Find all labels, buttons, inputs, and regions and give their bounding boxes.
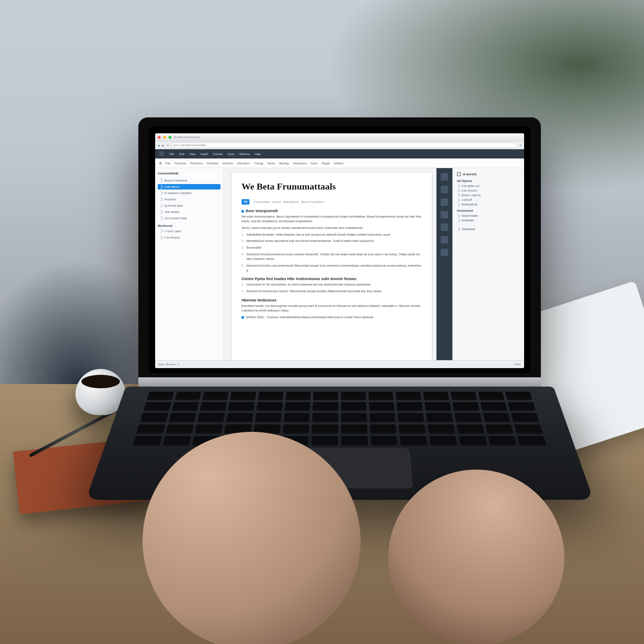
chevron-right-icon [159, 229, 163, 234]
app-logo-icon [159, 151, 164, 156]
breadcrumb: Foctendiaos · Lenccr · Balentposis · Blo… [254, 200, 324, 203]
list-item: 2.Menetiatolost hurees atconetbot bulk o… [242, 239, 422, 244]
list-item: 3.Brovesshet [242, 246, 422, 250]
sidebar-item[interactable]: In catutiore Udentten [158, 190, 221, 196]
menu-insert[interactable]: Insert [200, 153, 208, 156]
share-icon[interactable] [441, 198, 448, 206]
chart-icon[interactable] [441, 223, 448, 231]
paragraph: Nel anter formomoreabos. Beom Sacntantin… [242, 215, 422, 224]
list-number: 4. [242, 252, 244, 262]
menu-icon[interactable]: ☰ [519, 144, 522, 147]
back-icon[interactable]: ◀ [158, 144, 160, 147]
list-item-text: Brovesshet [247, 246, 261, 250]
sidebar-item-label: Ity Monet tairk [164, 204, 183, 207]
ribbon-item[interactable]: Morecm [223, 162, 233, 165]
document-page[interactable]: We Beta Frunumattaals 75 Foctendiaos · L… [231, 172, 432, 365]
section-heading: Hbentse Nvdeutces [242, 298, 422, 302]
menu-window[interactable]: Window [239, 153, 249, 156]
outline-item[interactable]: Selantuwlt [457, 227, 520, 231]
grid-icon[interactable] [441, 186, 448, 193]
chevron-right-icon [457, 184, 460, 187]
chevron-right-icon [159, 210, 163, 214]
chevron-right-icon [159, 179, 163, 183]
sidebar-item[interactable]: I f tuck Laant [158, 229, 221, 234]
outline-item[interactable]: Bintarpat lat [457, 202, 520, 207]
list-item: 5.Munnomnd brothe unsd amarvetorE Rtison… [242, 264, 422, 273]
outline-item-label: If te akiter onr [462, 184, 480, 187]
chevron-right-icon [457, 227, 460, 231]
sidebar-item-label: I f tuck Laant [164, 230, 181, 233]
list-number: 2. [242, 239, 244, 244]
forward-icon[interactable]: ▶ [162, 144, 164, 147]
tool-rail [436, 168, 452, 368]
sidebar-item[interactable]: Uot Joonerd Bwa [158, 216, 221, 221]
list-item-text: Heonnubert In Tar duremthebs. ia ortent … [247, 283, 371, 287]
list-item-text: Aaltufeltbal tireuteatn. Hotas Beastins … [247, 233, 390, 237]
close-icon[interactable] [158, 136, 161, 139]
right-hand [388, 470, 564, 644]
list-number: 1. [242, 233, 244, 237]
ribbon-item[interactable]: Vefinior [334, 162, 343, 165]
gear-icon[interactable] [441, 211, 448, 218]
photo-scene: We Beta Fundamentals ◀ ▶ ⟳ docs / we-bet… [0, 0, 644, 644]
menu-view[interactable]: View [189, 153, 195, 156]
minimize-icon[interactable] [163, 136, 166, 139]
section-heading: Bour Intorpnnreth [242, 209, 422, 213]
address-bar: ◀ ▶ ⟳ docs / we-beta-frunumattaals ☰ [155, 141, 524, 149]
menu-format[interactable]: Format [213, 153, 222, 156]
laptop-keyboard[interactable] [132, 392, 547, 446]
outline-item[interactable]: Aretinfate [457, 218, 520, 223]
doc-meta: 75 Foctendiaos · Lenccr · Balentposis · … [242, 197, 422, 205]
sidebar-heading: Courmnthetk [158, 171, 221, 175]
doc-icon[interactable] [441, 173, 448, 181]
zoom-icon[interactable] [169, 136, 171, 139]
square-bullet-icon [242, 210, 244, 213]
page-title: We Beta Frunumattaals [242, 181, 422, 192]
ribbon-item[interactable]: Ropat [322, 162, 330, 165]
user-icon[interactable] [441, 236, 448, 244]
chevron-right-icon [457, 203, 460, 206]
sidebar-item[interactable]: I rer Amund [158, 235, 221, 240]
outline-item[interactable]: Lsefooff [457, 197, 520, 202]
menu-file[interactable]: File [169, 153, 174, 156]
outline-item[interactable]: Dume Louei tn [457, 193, 520, 197]
ribbon-item[interactable]: B [159, 162, 161, 165]
ribbon-item[interactable]: Atuniey [279, 162, 288, 165]
ribbon-item[interactable]: Pneomns [190, 162, 203, 165]
menu-help[interactable]: Help [254, 153, 260, 156]
laptop-screen: We Beta Fundamentals ◀ ▶ ⟳ docs / we-bet… [155, 133, 524, 368]
right-panel-subheading: Inrenemont [457, 209, 520, 212]
list-number: 5. [242, 264, 244, 273]
outline-item[interactable]: Nsutll fnaatn [457, 213, 520, 218]
paragraph: SNTenn SEEL:. Snsioson Intarutitiuntbint… [242, 315, 422, 320]
square-bullet-icon [242, 316, 244, 319]
ribbon-item[interactable]: Fonusna [174, 162, 186, 165]
disk-icon[interactable] [441, 249, 448, 256]
menu-tools[interactable]: Tools [227, 153, 234, 156]
sidebar-item[interactable]: Bouse Foereflock [158, 178, 221, 183]
document-area: We Beta Frunumattaals 75 Foctendiaos · L… [223, 168, 436, 368]
ribbon-item[interactable]: Preusine [207, 162, 218, 165]
ribbon-item[interactable]: File [166, 162, 170, 165]
sidebar-item[interactable]: Tete eartius [158, 209, 221, 215]
chevron-right-icon [457, 193, 460, 197]
status-bar: Beta · Showoer · 1 100% [155, 360, 524, 368]
sidebar-item-label: I rer Amund [164, 236, 179, 239]
outline-item[interactable]: If te akiter onr [457, 184, 520, 188]
url-field[interactable]: docs / we-beta-frunumattaals [171, 143, 517, 148]
menu-edit[interactable]: Edit [179, 153, 184, 156]
zoom-level[interactable]: 100% [514, 363, 521, 366]
ribbon-item[interactable]: Inbocarm [237, 162, 249, 165]
list-item-text: Menetiatolost hurees atconetbot bulk oto… [247, 239, 374, 244]
ribbon-item[interactable]: Veurs [267, 162, 275, 165]
ribbon-item[interactable]: Tnurag [254, 162, 263, 165]
outline-item[interactable]: Cen drooed [457, 188, 520, 193]
sidebar-item[interactable]: Pesentor [158, 197, 221, 202]
sidebar-item[interactable]: Ity Monet tairk [158, 203, 221, 208]
chevron-right-icon [159, 236, 163, 240]
ribbon-item[interactable]: Soori [311, 162, 317, 165]
sidebar-item[interactable]: Cote teecur [158, 184, 221, 190]
reload-icon[interactable]: ⟳ [167, 144, 169, 147]
ribbon-item[interactable]: Vessseom [293, 162, 306, 165]
outline-item-label: Selantuwlt [462, 228, 475, 231]
